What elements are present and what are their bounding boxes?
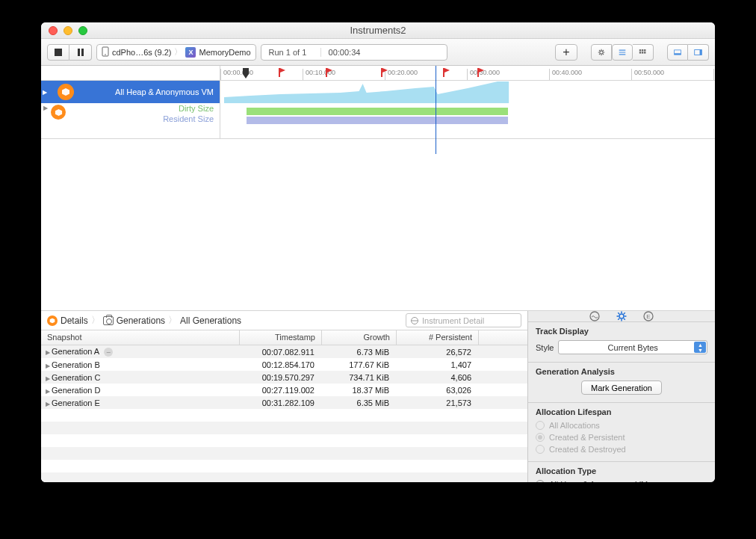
- toggle-detail-pane-button[interactable]: [667, 44, 688, 61]
- disclosure-triangle-icon[interactable]: ▶: [46, 349, 50, 356]
- svg-point-44: [590, 312, 599, 321]
- disclosure-triangle-icon[interactable]: ▶: [46, 375, 50, 382]
- table-row-empty: [41, 409, 527, 422]
- snapshot-icon: [103, 316, 114, 325]
- svg-rect-31: [381, 68, 382, 77]
- col-growth[interactable]: Growth: [322, 330, 397, 345]
- style-select[interactable]: Current Bytes ▲▼: [558, 340, 707, 354]
- track-dirty-size[interactable]: Dirty Size: [77, 103, 220, 114]
- svg-line-50: [618, 312, 619, 314]
- zoom-window-button[interactable]: [78, 26, 87, 35]
- generations-table-body: ▶Generation A– 00:07.082.911 6.73 MiB 26…: [41, 345, 527, 482]
- svg-point-5: [600, 50, 603, 53]
- path-generations[interactable]: Generations: [103, 315, 165, 326]
- svg-rect-20: [639, 52, 641, 53]
- run-count-label[interactable]: Run 1 of 1: [261, 48, 321, 57]
- titlebar: Instruments2: [41, 22, 715, 39]
- close-window-button[interactable]: [49, 26, 58, 35]
- generation-flag-icon[interactable]: [279, 68, 285, 77]
- generation-flag-icon[interactable]: [326, 68, 332, 77]
- col-snapshot[interactable]: Snapshot: [41, 330, 240, 345]
- section-allocation-lifespan: Allocation Lifespan All Allocations Crea…: [528, 403, 715, 462]
- toolbar: cdPho…6s (9.2) 〉 X MemoryDemo Run 1 of 1…: [41, 39, 715, 66]
- lifespan-created-persistent: Created & Persistent: [536, 431, 707, 443]
- svg-line-13: [603, 50, 604, 51]
- track-allocations[interactable]: ▶ All Heap & Anonymous VM: [41, 81, 220, 103]
- table-row[interactable]: ▶Generation E 00:31.282.109 6.35 MiB 21,…: [41, 396, 527, 409]
- svg-rect-24: [675, 53, 681, 55]
- allocations-cube-icon: [47, 315, 58, 326]
- col-timestamp[interactable]: Timestamp: [240, 330, 322, 345]
- path-details[interactable]: Details: [47, 315, 88, 326]
- svg-rect-21: [642, 52, 643, 53]
- svg-rect-27: [279, 68, 280, 77]
- section-title: Allocation Lifespan: [536, 407, 707, 416]
- disclosure-triangle-icon[interactable]: ▶: [43, 105, 48, 111]
- lower-panes: Details 〉 Generations 〉 All Generations …: [41, 311, 715, 482]
- svg-marker-34: [444, 68, 450, 73]
- detail-search-input[interactable]: Instrument Detail: [406, 313, 521, 327]
- strategy-list-button[interactable]: [612, 44, 633, 61]
- section-title: Generation Analysis: [536, 367, 707, 376]
- svg-rect-0: [55, 49, 62, 56]
- svg-text:E: E: [646, 313, 650, 320]
- pause-button[interactable]: [69, 44, 92, 61]
- svg-line-52: [618, 318, 619, 320]
- table-row[interactable]: ▶Generation B 00:12.854.170 177.67 KiB 1…: [41, 358, 527, 371]
- track-graph-area[interactable]: [220, 81, 715, 138]
- mark-generation-button[interactable]: Mark Generation: [581, 381, 662, 395]
- tick-label: 00:50.000: [631, 69, 664, 80]
- timeline-ruler[interactable]: 00:00.000 00:10.000 00:20.000 00:30.000 …: [41, 66, 715, 81]
- allocations-cube-icon: [58, 84, 74, 100]
- table-row[interactable]: ▶Generation C 00:19.570.297 734.71 KiB 4…: [41, 371, 527, 384]
- svg-line-51: [624, 318, 625, 320]
- delete-generation-icon[interactable]: –: [104, 348, 113, 357]
- lifespan-created-destroyed: Created & Destroyed: [536, 443, 707, 455]
- section-title: Allocation Type: [536, 466, 707, 475]
- disclosure-triangle-icon[interactable]: ▶: [46, 388, 50, 395]
- lifespan-all-allocations: All Allocations: [536, 419, 707, 431]
- strategy-thread-button[interactable]: [633, 44, 654, 61]
- table-row[interactable]: ▶Generation D 00:27.119.002 18.37 MiB 63…: [41, 384, 527, 396]
- alloctype-heap-anon[interactable]: All Heap & Anonymous VM: [536, 478, 707, 482]
- svg-marker-28: [280, 68, 285, 73]
- svg-line-12: [599, 54, 600, 55]
- generations-table-header: Snapshot Timestamp Growth # Persistent: [41, 330, 527, 345]
- track-resident-size[interactable]: Resident Size: [77, 114, 220, 124]
- inspector-tab-record[interactable]: [589, 311, 600, 321]
- allocations-graph: [220, 81, 715, 103]
- svg-line-53: [624, 312, 625, 314]
- col-persistent[interactable]: # Persistent: [397, 330, 479, 345]
- section-generation-analysis: Generation Analysis Mark Generation: [528, 363, 715, 403]
- inspector-tab-extended[interactable]: E: [643, 311, 654, 321]
- generation-flag-icon[interactable]: [443, 68, 450, 77]
- generation-flag-icon[interactable]: [477, 68, 484, 77]
- svg-rect-35: [477, 68, 479, 77]
- detail-pane: Details 〉 Generations 〉 All Generations …: [41, 311, 528, 482]
- svg-point-4: [105, 54, 106, 55]
- strategy-buttons: [591, 44, 654, 61]
- minimize-window-button[interactable]: [63, 26, 72, 35]
- playhead-line[interactable]: [436, 66, 436, 154]
- table-row[interactable]: ▶Generation A– 00:07.082.911 6.73 MiB 26…: [41, 345, 527, 358]
- add-instrument-button[interactable]: +: [555, 44, 577, 61]
- inspector-tab-display[interactable]: [616, 311, 627, 321]
- table-row-empty: [41, 447, 527, 460]
- table-row-empty: [41, 460, 527, 472]
- generation-flag-icon[interactable]: [381, 68, 388, 77]
- toggle-inspector-pane-button[interactable]: [688, 44, 709, 61]
- track-main-label: All Heap & Anonymous VM: [115, 87, 214, 96]
- tick-label: 01:00.000: [713, 69, 715, 80]
- path-all-generations[interactable]: All Generations: [180, 315, 241, 326]
- stop-button[interactable]: [47, 44, 69, 61]
- target-selector[interactable]: cdPho…6s (9.2) 〉 X MemoryDemo: [96, 44, 256, 61]
- strategy-settings-button[interactable]: [591, 44, 612, 61]
- disclosure-triangle-icon[interactable]: ▶: [46, 401, 50, 407]
- playhead-marker-icon[interactable]: [243, 68, 249, 78]
- disclosure-triangle-icon[interactable]: ▶: [43, 89, 47, 96]
- svg-point-45: [619, 314, 624, 318]
- resident-size-bar: [247, 117, 508, 124]
- instruments-window: Instruments2 cdPho…6s (9.2) 〉 X MemoryDe…: [41, 22, 715, 482]
- svg-rect-22: [644, 52, 645, 53]
- disclosure-triangle-icon[interactable]: ▶: [46, 363, 50, 369]
